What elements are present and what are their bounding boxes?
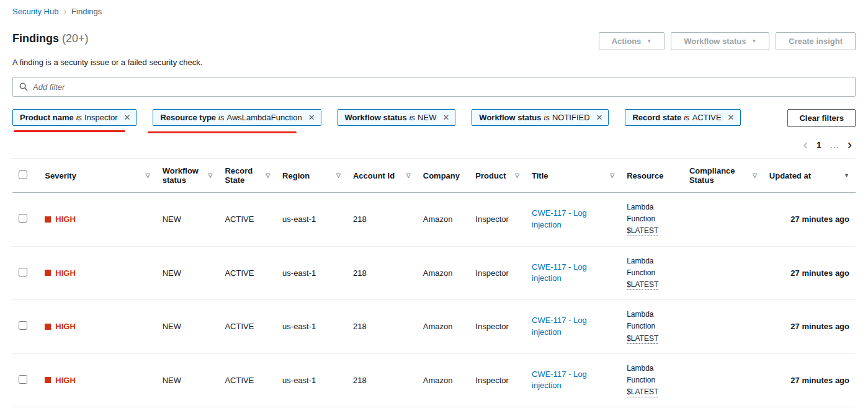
title-cell: CWE-117 - Log injection (526, 353, 620, 407)
table-header-row: Severity▽ Workflow status▽ Record State▽… (12, 159, 856, 193)
actions-button[interactable]: Actions ▼ (599, 32, 665, 50)
filter-token-product-name: Product name is Inspector ✕ (12, 109, 136, 126)
sort-icon[interactable]: ▽ (753, 172, 757, 179)
column-header-compliance-status[interactable]: Compliance Status▽ (683, 159, 763, 193)
breadcrumb-link-security-hub[interactable]: Security Hub (12, 7, 58, 16)
sort-icon[interactable]: ▽ (146, 172, 150, 179)
updated-at-cell: 27 minutes ago (763, 353, 856, 407)
column-label: Title (532, 171, 548, 180)
company-cell: Amazon (417, 300, 470, 354)
row-checkbox[interactable] (19, 214, 27, 223)
page-description: A finding is a security issue or a faile… (0, 50, 868, 67)
column-label: Updated at (769, 171, 811, 180)
column-header-workflow-status[interactable]: Workflow status▽ (156, 159, 219, 193)
findings-count: (20+) (62, 32, 89, 45)
title-cell: CWE-117 - Log injection (526, 300, 620, 354)
column-header-title[interactable]: Title▽ (526, 159, 620, 193)
column-header-region[interactable]: Region▽ (276, 159, 347, 193)
select-all-checkbox[interactable] (19, 170, 27, 179)
filter-token-resource-type: Resource type is AwsLambdaFunction ✕ (153, 109, 321, 126)
column-label: Account Id (353, 171, 395, 180)
resource-id: $LATEST (627, 334, 658, 344)
sort-icon[interactable]: ▽ (610, 172, 614, 179)
clear-filters-button[interactable]: Clear filters (787, 109, 856, 127)
remove-filter-icon[interactable]: ✕ (442, 113, 449, 122)
token-field: Workflow status (479, 113, 541, 122)
compliance-status-cell (683, 353, 763, 407)
add-filter-input[interactable] (33, 82, 849, 92)
title-cell: CWE-117 - Log injection (526, 246, 620, 300)
annotation-underline-1 (14, 130, 125, 132)
filter-search-box[interactable] (12, 77, 856, 97)
next-page-icon[interactable]: › (848, 138, 852, 152)
token-field: Resource type (160, 113, 216, 122)
actions-button-label: Actions (612, 37, 642, 46)
token-value: Inspector (84, 113, 117, 122)
compliance-status-cell (683, 246, 763, 300)
table-row: HIGH NEW ACTIVE us-east-1 218 Amazon Ins… (12, 300, 856, 354)
severity-cell: HIGH (38, 246, 156, 300)
finding-title-link[interactable]: CWE-117 - Log injection (532, 315, 614, 338)
row-checkbox[interactable] (19, 321, 27, 330)
remove-filter-icon[interactable]: ✕ (308, 113, 315, 122)
token-value: NOTIFIED (552, 113, 590, 122)
search-icon (19, 82, 28, 91)
severity-label: HIGH (55, 376, 76, 385)
token-operator: is (76, 113, 82, 122)
header-actions: Actions ▼ Workflow status ▼ Create insig… (599, 32, 856, 50)
resource-type: Lambda Function (627, 309, 677, 332)
filter-tokens: Product name is Inspector ✕ Resource typ… (12, 109, 775, 126)
region-cell: us-east-1 (276, 353, 347, 407)
pagination-ellipsis: … (830, 140, 839, 150)
resource-type: Lambda Function (627, 201, 677, 225)
column-label: Resource (627, 171, 663, 180)
finding-title-link[interactable]: CWE-117 - Log injection (532, 262, 614, 285)
table-row: HIGH NEW ACTIVE us-east-1 218 Amazon Ins… (12, 246, 856, 300)
severity-high-icon (45, 324, 51, 330)
sort-icon[interactable]: ▽ (515, 172, 519, 179)
page-number[interactable]: 1 (817, 140, 821, 150)
column-header-resource: Resource (620, 159, 683, 193)
column-label: Product (475, 171, 506, 180)
region-cell: us-east-1 (276, 193, 347, 247)
sort-icon[interactable]: ▽ (208, 172, 213, 179)
workflow-status-button[interactable]: Workflow status ▼ (671, 32, 769, 50)
record-state-cell: ACTIVE (218, 353, 276, 407)
column-header-product[interactable]: Product▽ (469, 159, 526, 193)
token-operator: is (544, 113, 550, 122)
previous-page-icon[interactable]: ‹ (803, 138, 808, 152)
column-header-company: Company (417, 159, 470, 193)
token-value: AwsLambdaFunction (226, 113, 302, 122)
column-header-updated-at[interactable]: Updated at▼ (763, 159, 856, 193)
token-value: NEW (418, 113, 436, 122)
column-header-severity[interactable]: Severity▽ (38, 159, 156, 193)
create-insight-button[interactable]: Create insight (776, 32, 856, 50)
column-header-record-state[interactable]: Record State▽ (218, 159, 276, 193)
compliance-status-cell (683, 300, 763, 354)
remove-filter-icon[interactable]: ✕ (124, 113, 131, 122)
row-checkbox[interactable] (19, 268, 27, 276)
remove-filter-icon[interactable]: ✕ (596, 113, 603, 122)
company-cell: Amazon (417, 246, 470, 300)
severity-label: HIGH (55, 214, 76, 224)
sort-icon[interactable]: ▽ (266, 172, 270, 179)
column-label: Region (282, 171, 310, 180)
token-operator: is (684, 113, 689, 122)
sort-icon[interactable]: ▽ (406, 172, 411, 179)
account-id-cell: 218 (347, 193, 417, 247)
finding-title-link[interactable]: CWE-117 - Log injection (532, 369, 614, 392)
remove-filter-icon[interactable]: ✕ (728, 113, 735, 122)
resource-id: $LATEST (627, 280, 658, 290)
column-header-account-id[interactable]: Account Id▽ (347, 159, 417, 193)
finding-title-link[interactable]: CWE-117 - Log injection (532, 208, 614, 231)
row-checkbox[interactable] (19, 375, 27, 384)
sort-icon[interactable]: ▽ (336, 172, 341, 179)
account-id-cell: 218 (347, 353, 417, 407)
workflow-status-cell: NEW (156, 246, 219, 300)
sort-desc-icon[interactable]: ▼ (844, 172, 849, 179)
annotation-underline-2 (148, 131, 297, 133)
resource-cell: Lambda Function$LATEST (620, 353, 683, 407)
column-label: Severity (45, 171, 76, 180)
filter-token-workflow-notified: Workflow status is NOTIFIED ✕ (472, 109, 609, 126)
token-field: Record state (632, 113, 681, 122)
